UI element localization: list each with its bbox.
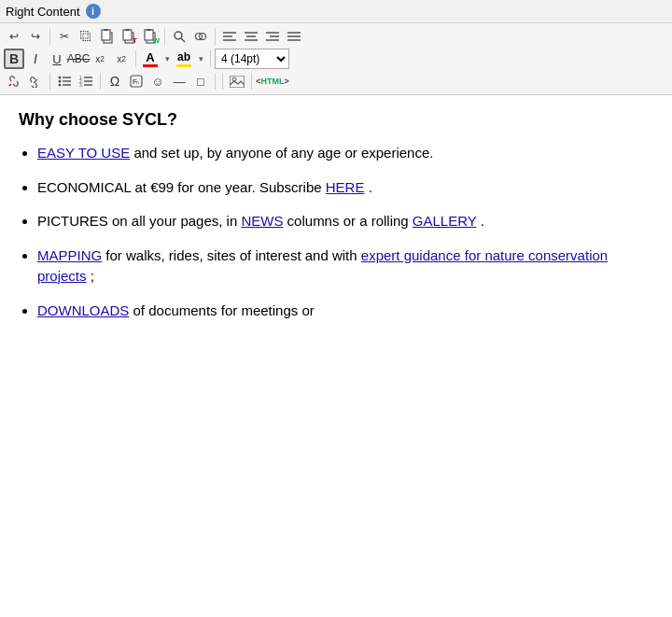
superscript-button[interactable]: x2 (111, 49, 132, 69)
svg-rect-4 (123, 30, 132, 40)
cut-button[interactable]: ✂ (54, 26, 75, 47)
sep5 (210, 50, 211, 67)
list-item-text: . (369, 179, 372, 195)
em-dash-button[interactable]: — (169, 71, 189, 91)
sep2 (164, 28, 165, 45)
font-size-select[interactable]: 1 (8pt) 2 (10pt) 3 (12pt) 4 (14pt) 5 (18… (215, 49, 289, 69)
list-item: PICTURES on all your pages, in NEWS colu… (37, 211, 653, 232)
list-item-text: . (481, 213, 484, 229)
here-link[interactable]: HERE (326, 179, 365, 195)
highlight-color-button[interactable]: ab (174, 49, 194, 69)
find-button[interactable] (169, 26, 189, 47)
svg-text:n: n (136, 79, 139, 85)
link-button[interactable] (25, 71, 46, 91)
sep8 (215, 73, 216, 90)
subscript-button[interactable]: x2 (90, 49, 110, 69)
list-item-text: ; (91, 268, 94, 284)
sep6 (49, 73, 50, 90)
align-center-button[interactable] (241, 26, 261, 47)
list-item-text: columns or a rolling (287, 213, 413, 229)
svg-rect-8 (147, 29, 151, 31)
svg-rect-5 (125, 29, 130, 31)
bold-button[interactable]: B (4, 49, 24, 69)
svg-rect-1 (102, 30, 110, 40)
list-item-text: for walks, rides, sites of interest and … (105, 247, 360, 263)
text-color-dropdown[interactable]: ▾ (161, 49, 173, 69)
paste-word-button[interactable]: W (140, 26, 161, 47)
sep4 (135, 50, 136, 67)
gallery-link[interactable]: GALLERY (413, 213, 477, 229)
chain-button[interactable] (4, 71, 24, 91)
list-item-text: ECONOMICAL at €99 for one year. Subscrib… (37, 179, 326, 195)
align-left-button[interactable] (219, 26, 240, 47)
align-justify-button[interactable] (284, 26, 304, 47)
list-item: ECONOMICAL at €99 for one year. Subscrib… (37, 177, 653, 199)
svg-line-25 (9, 84, 11, 86)
list-item-text: and set up, by anyone of any age or expe… (133, 145, 433, 161)
redo-button[interactable]: ↪ (25, 26, 46, 47)
special-chars-button[interactable]: Fn (126, 71, 147, 91)
underline-button[interactable]: U (47, 49, 67, 69)
list-item-text: of documents for meetings or (133, 302, 315, 318)
paste-button[interactable] (97, 26, 118, 47)
easy-to-use-link[interactable]: EASY TO USE (37, 145, 130, 161)
list-ordered-button[interactable]: 1.2.3. (76, 71, 96, 91)
toolbar-row-2: B I U ABC x2 x2 A ▾ ab ▾ 1 (8pt) 2 (10pt… (4, 49, 668, 69)
svg-text:3.: 3. (79, 82, 83, 87)
list-unordered-button[interactable] (54, 71, 75, 91)
sep3 (215, 28, 216, 45)
list-item: MAPPING for walks, rides, sites of inter… (37, 245, 653, 287)
svg-point-27 (59, 77, 62, 79)
view-html-button[interactable]: <HTML> (256, 71, 289, 91)
svg-point-31 (59, 84, 62, 87)
list-item: DOWNLOADS of documents for meetings or (37, 301, 653, 322)
italic-button[interactable]: I (25, 49, 46, 69)
toolbar: ↩ ↪ ✂ ⿻ T W (0, 23, 672, 95)
replace-button[interactable] (190, 26, 211, 47)
editor-content-area[interactable]: Why choose SYCL? EASY TO USE and set up,… (0, 95, 672, 469)
sep1 (49, 28, 50, 45)
copy-button[interactable]: ⿻ (76, 26, 96, 47)
sep9 (222, 73, 223, 90)
info-icon[interactable]: i (86, 4, 101, 19)
content-list: EASY TO USE and set up, by anyone of any… (19, 143, 653, 321)
page-title: Right Content (6, 5, 80, 19)
strikethrough-button[interactable]: ABC (68, 49, 89, 69)
emoji-button[interactable]: ☺ (147, 71, 168, 91)
svg-line-10 (181, 38, 185, 42)
paste-plain-button[interactable]: T (119, 26, 139, 47)
sep10 (251, 73, 252, 90)
text-color-button[interactable]: A (140, 49, 161, 69)
undo-button[interactable]: ↩ (4, 26, 24, 47)
svg-point-29 (59, 80, 62, 83)
svg-line-26 (34, 79, 37, 83)
block-rect-button[interactable]: □ (190, 71, 211, 91)
svg-point-9 (175, 32, 182, 39)
highlight-color-dropdown[interactable]: ▾ (195, 49, 206, 69)
mapping-link[interactable]: MAPPING (37, 247, 102, 263)
list-item: EASY TO USE and set up, by anyone of any… (37, 143, 653, 164)
title-bar: Right Content i (0, 0, 672, 23)
svg-rect-42 (230, 76, 245, 88)
toolbar-row-3: 1.2.3. Ω Fn ☺ — □ <HTML> (4, 71, 668, 91)
svg-rect-2 (104, 29, 108, 31)
insert-image-button[interactable] (227, 71, 247, 91)
content-heading: Why choose SYCL? (19, 110, 653, 130)
list-item-text: PICTURES on all your pages, in (37, 213, 241, 229)
omega-button[interactable]: Ω (105, 71, 125, 91)
news-link[interactable]: NEWS (241, 213, 283, 229)
toolbar-row-1: ↩ ↪ ✂ ⿻ T W (4, 26, 668, 47)
sep7 (100, 73, 101, 90)
align-right-button[interactable] (262, 26, 283, 47)
downloads-link[interactable]: DOWNLOADS (37, 302, 129, 318)
